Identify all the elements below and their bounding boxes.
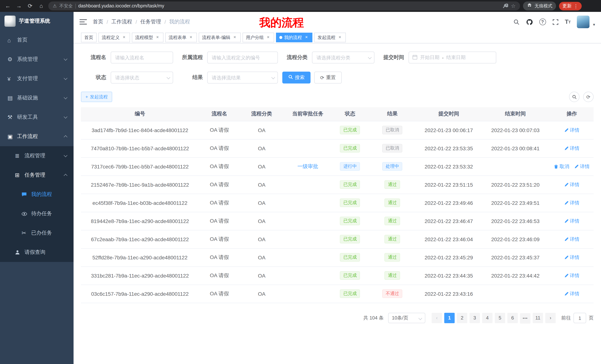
app-logo[interactable]: 芋道管理系统 xyxy=(0,12,74,30)
action-label: 详情 xyxy=(570,236,580,242)
edit-icon xyxy=(564,128,569,132)
sidebar-item-leave-query[interactable]: 请假查询 xyxy=(0,243,74,262)
sidebar-item-task-mgmt[interactable]: ⊞任务管理 xyxy=(0,165,74,185)
sidebar-item-system-mgmt[interactable]: ⚙系统管理 xyxy=(0,50,74,69)
sidebar-item-done-task[interactable]: ✂已办任务 xyxy=(0,223,74,243)
page-button[interactable]: 5 xyxy=(495,313,505,323)
help-icon[interactable]: ? xyxy=(539,19,546,25)
close-icon[interactable]: × xyxy=(266,35,271,40)
page-size-select[interactable]: 10条/页 xyxy=(388,313,425,323)
browser-reload-icon[interactable]: ⟳ xyxy=(26,2,34,10)
tab-home[interactable]: 首页 xyxy=(81,33,97,42)
goto-suffix: 页 xyxy=(589,315,594,321)
close-icon[interactable]: × xyxy=(232,35,237,40)
url-text[interactable]: dashboard.yudao.iocoder.cn/bpm/task/my xyxy=(78,3,164,9)
toggle-search-button[interactable] xyxy=(569,92,580,102)
tab-process-form[interactable]: 流程表单× xyxy=(165,33,197,42)
status-badge: 已完成 xyxy=(340,144,360,153)
fullscreen-icon[interactable] xyxy=(552,19,559,25)
category-select[interactable] xyxy=(312,52,374,63)
result-select[interactable] xyxy=(207,72,278,84)
font-size-icon[interactable]: TT xyxy=(565,19,571,25)
page-ellipsis[interactable]: ••• xyxy=(520,313,531,323)
sidebar-item-todo-task[interactable]: 待办任务 xyxy=(0,204,74,223)
edit-icon xyxy=(564,273,569,278)
tab-process-form-edit[interactable]: 流程表单-编辑× xyxy=(199,33,241,42)
process-def-input[interactable] xyxy=(207,52,278,63)
security-label[interactable]: 不安全 xyxy=(60,3,73,9)
breadcrumb-item[interactable]: 任务管理 xyxy=(140,19,161,25)
avatar[interactable] xyxy=(577,16,590,28)
end-date-placeholder[interactable]: 结束日期 xyxy=(446,54,466,61)
cell-category: OA xyxy=(240,139,284,157)
page-button[interactable]: 6 xyxy=(507,313,518,323)
browser-menu-icon[interactable]: ⋮ xyxy=(573,3,578,9)
refresh-button[interactable]: ⟳ xyxy=(583,92,594,102)
process-name-input[interactable] xyxy=(111,52,173,63)
tab-process-model[interactable]: 流程模型× xyxy=(132,33,163,42)
current-task-link[interactable]: 一级审批 xyxy=(297,163,318,169)
close-icon[interactable]: × xyxy=(121,35,127,40)
action-detail-button[interactable]: 详情 xyxy=(564,127,580,133)
goto-page-input[interactable] xyxy=(573,313,586,323)
address-bar[interactable]: ⚠ 不安全 dashboard.yudao.iocoder.cn/bpm/tas… xyxy=(48,1,520,10)
browser-forward-icon[interactable]: → xyxy=(15,2,23,10)
page-button[interactable]: 11 xyxy=(533,313,543,323)
page-button[interactable]: 3 xyxy=(470,313,480,323)
browser-back-icon[interactable]: ← xyxy=(4,2,12,10)
tab-my-process[interactable]: 我的流程× xyxy=(276,33,312,42)
action-detail-button[interactable]: 详情 xyxy=(564,218,580,224)
cell-submit-time: 2022-01-22 23:44:35 xyxy=(417,266,481,285)
github-icon[interactable] xyxy=(526,18,533,25)
sidebar-item-home[interactable]: ⌂首页 xyxy=(0,30,74,50)
sidebar-item-label: 我的流程 xyxy=(31,191,52,198)
next-page-button[interactable]: › xyxy=(545,313,556,323)
close-icon[interactable]: × xyxy=(337,35,342,40)
page-button[interactable]: 2 xyxy=(457,313,467,323)
result-badge: 通过 xyxy=(385,271,400,280)
content: 流程名 所属流程 流程分类 提交时间 开始日期 - 结束日期 xyxy=(74,43,601,364)
start-date-placeholder[interactable]: 开始日期 xyxy=(420,54,440,61)
browser-home-icon[interactable]: ⌂ xyxy=(37,2,45,10)
tab-start-process[interactable]: 发起流程× xyxy=(314,33,346,42)
sidebar-item-infrastructure[interactable]: ▤基础设施 xyxy=(0,88,74,108)
page-button[interactable]: 4 xyxy=(482,313,492,323)
prev-page-button[interactable]: ‹ xyxy=(432,313,442,323)
status-select[interactable] xyxy=(111,72,173,84)
start-process-button[interactable]: + 发起流程 xyxy=(81,92,112,102)
search-button[interactable]: 搜索 xyxy=(282,72,311,84)
page-button[interactable]: 1 xyxy=(444,313,455,323)
action-detail-button[interactable]: 详情 xyxy=(564,145,580,152)
sidebar-item-process-mgmt[interactable]: ≣流程管理 xyxy=(0,146,74,165)
breadcrumb-item[interactable]: 首页 xyxy=(93,19,103,25)
bookmark-star-icon[interactable]: ☆ xyxy=(511,3,516,9)
action-detail-button[interactable]: 详情 xyxy=(564,236,580,242)
close-icon[interactable]: × xyxy=(155,35,160,40)
close-icon[interactable]: × xyxy=(188,35,193,40)
sidebar-item-workflow[interactable]: ▣工作流程 xyxy=(0,127,74,146)
key-icon[interactable] xyxy=(503,3,508,9)
close-icon[interactable]: × xyxy=(304,35,309,40)
app-title: 芋道管理系统 xyxy=(19,18,50,25)
chevron-down-icon[interactable]: ▾ xyxy=(593,22,595,27)
browser-update-button[interactable]: 更新 ⋮ xyxy=(559,2,582,10)
breadcrumb-item[interactable]: 工作流程 xyxy=(111,19,132,25)
action-cancel-button[interactable]: 取消 xyxy=(554,163,569,170)
cell-status: 已完成 xyxy=(332,230,368,248)
action-detail-button[interactable]: 详情 xyxy=(564,181,580,188)
action-detail-button[interactable]: 详情 xyxy=(564,272,580,279)
hamburger-icon[interactable] xyxy=(80,19,87,25)
sidebar-item-dev-tools[interactable]: ⚒研发工具 xyxy=(0,108,74,127)
action-detail-button[interactable]: 详情 xyxy=(564,290,580,297)
action-detail-button[interactable]: 详情 xyxy=(564,200,580,206)
action-detail-button[interactable]: 详情 xyxy=(574,163,590,170)
tab-user-group[interactable]: 用户分组× xyxy=(242,33,274,42)
tab-process-definition[interactable]: 流程定义× xyxy=(99,33,130,42)
sidebar-item-my-process[interactable]: 我的流程 xyxy=(0,185,74,204)
reset-button[interactable]: ⟳ 重置 xyxy=(314,72,342,84)
sidebar-item-payment-mgmt[interactable]: ¥支付管理 xyxy=(0,69,74,88)
submit-time-range-picker[interactable]: 开始日期 - 结束日期 xyxy=(409,52,496,63)
table-row: 03c6c157-7b9a-11ec-a290-acde48001122OA 请… xyxy=(81,285,594,303)
action-detail-button[interactable]: 详情 xyxy=(564,254,580,261)
search-icon[interactable] xyxy=(513,19,520,25)
